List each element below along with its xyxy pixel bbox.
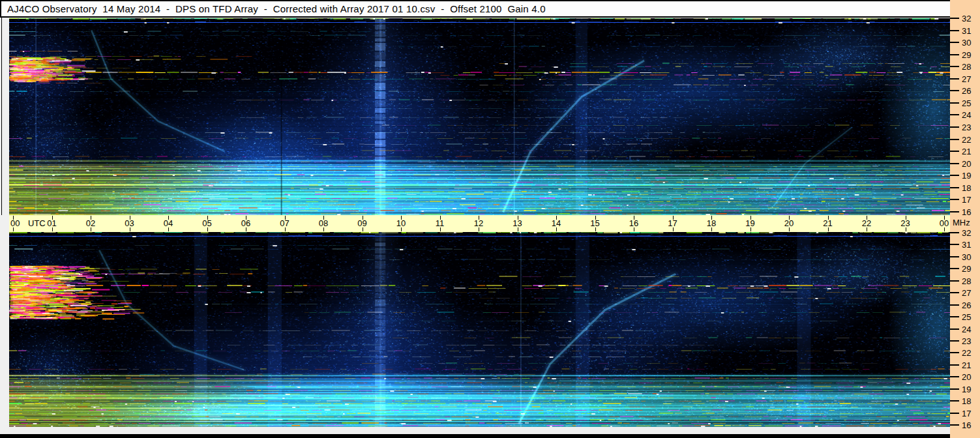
freq-tick-label: 16	[962, 207, 971, 216]
freq-tick-label: 22	[962, 134, 971, 144]
time-tick-label: 00	[940, 218, 949, 228]
freq-tick-label: 17	[962, 195, 971, 205]
freq-tick	[950, 187, 959, 188]
freq-tick-label: 16	[962, 420, 971, 430]
freq-tick	[950, 232, 959, 233]
freq-tick	[950, 114, 959, 115]
time-tick-label: 07	[280, 218, 289, 228]
freq-tick	[950, 66, 959, 67]
freq-tick-label: 23	[962, 336, 971, 345]
freq-tick	[950, 211, 959, 212]
time-tick-label: 22	[862, 218, 871, 228]
time-tick-label: 11	[436, 218, 445, 228]
bottom-border-bar	[0, 434, 950, 438]
freq-tick	[950, 175, 959, 176]
freq-tick	[950, 256, 959, 257]
time-tick-label: 01	[47, 218, 56, 228]
freq-tick	[950, 199, 959, 200]
time-tick-label: 09	[357, 218, 366, 228]
freq-tick-label: 26	[962, 300, 971, 310]
time-tick-label: 18	[707, 218, 716, 228]
freq-tick	[950, 151, 959, 152]
freq-tick	[950, 413, 959, 414]
freq-tick-label: 18	[962, 182, 971, 192]
dps-display-window: AJ4CO Observatory 14 May 2014 - DPS on T…	[0, 0, 980, 438]
spectrogram-lcp-canvas	[9, 232, 950, 427]
freq-tick-label: 28	[962, 62, 971, 72]
freq-tick	[950, 54, 959, 55]
time-tick-label: 21	[823, 218, 832, 228]
freq-tick	[950, 424, 959, 426]
time-tick-label: 05	[202, 218, 211, 228]
freq-tick	[950, 78, 959, 80]
time-tick-label: 04	[164, 218, 173, 228]
freq-tick-label: 18	[962, 396, 971, 406]
time-tick-label: 23	[900, 218, 910, 228]
freq-tick	[950, 304, 959, 306]
title-bar: AJ4CO Observatory 14 May 2014 - DPS on T…	[0, 0, 950, 18]
freq-tick-label: 25	[962, 312, 971, 322]
time-tick-label: 20	[784, 218, 794, 228]
time-axis: UTC 000102030405060708091011121314151617…	[9, 215, 950, 232]
freq-tick	[950, 42, 959, 43]
freq-tick-label: 21	[962, 147, 971, 156]
freq-tick	[950, 352, 959, 353]
freq-tick-label: 32	[962, 228, 971, 238]
lcp-polarization-label: L C P	[0, 326, 10, 353]
freq-tick	[950, 328, 959, 330]
freq-tick	[950, 340, 959, 342]
time-tick-label: 08	[319, 218, 328, 228]
frequency-axis: MHz 323130292827262524232221201918171632…	[950, 0, 980, 438]
freq-tick	[950, 126, 959, 128]
freq-tick	[950, 292, 959, 293]
freq-tick	[950, 102, 959, 104]
freq-tick-label: 29	[962, 50, 971, 59]
time-tick-label: 17	[668, 218, 677, 228]
mhz-label: MHz	[953, 218, 970, 227]
rcp-polarization-label: R C P	[0, 114, 10, 141]
freq-tick-label: 24	[962, 110, 971, 120]
time-tick-label: 15	[590, 218, 599, 228]
freq-tick-label: 24	[962, 324, 971, 334]
freq-tick-label: 26	[962, 86, 971, 96]
time-tick-label: 14	[552, 218, 561, 228]
freq-tick-label: 31	[962, 25, 971, 35]
freq-tick	[950, 18, 959, 19]
time-tick-label: 06	[241, 218, 250, 228]
freq-tick-label: 23	[962, 123, 971, 132]
freq-tick-label: 31	[962, 240, 971, 250]
freq-tick	[950, 244, 959, 245]
window-title: AJ4CO Observatory 14 May 2014 - DPS on T…	[1, 3, 546, 14]
time-tick-label: 19	[745, 218, 754, 228]
freq-tick-label: 17	[962, 408, 971, 418]
freq-tick-label: 27	[962, 74, 971, 83]
freq-tick-label: 32	[962, 14, 971, 23]
freq-tick	[950, 388, 959, 390]
freq-tick-label: 20	[962, 158, 971, 168]
freq-tick	[950, 90, 959, 91]
freq-tick-label: 28	[962, 276, 971, 285]
time-tick-label: 12	[474, 218, 483, 228]
freq-tick-label: 29	[962, 264, 971, 274]
time-tick-label: 03	[125, 218, 134, 228]
time-tick-label: 10	[396, 218, 406, 228]
spectrogram-rcp-canvas	[9, 18, 950, 215]
freq-tick	[950, 139, 959, 140]
freq-tick	[950, 316, 959, 317]
utc-label: UTC	[28, 218, 46, 228]
freq-tick	[950, 364, 959, 366]
freq-tick-label: 21	[962, 360, 971, 370]
freq-tick	[950, 280, 959, 282]
time-tick-label: 16	[629, 218, 638, 228]
time-tick-label: 00	[10, 218, 20, 228]
freq-tick	[950, 400, 959, 402]
freq-tick-label: 30	[962, 38, 971, 48]
freq-tick	[950, 376, 959, 377]
freq-tick-label: 25	[962, 98, 971, 108]
time-tick-label: 13	[512, 218, 522, 228]
freq-tick-label: 20	[962, 372, 971, 382]
freq-tick-label: 22	[962, 348, 971, 358]
freq-tick	[950, 163, 959, 164]
freq-tick	[950, 268, 959, 269]
time-tick-label: 02	[86, 218, 95, 228]
